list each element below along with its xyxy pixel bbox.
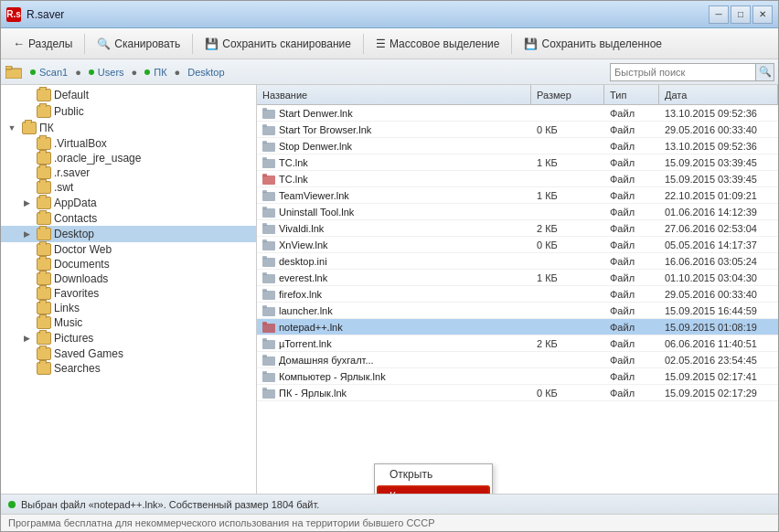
file-type: Файл	[604, 289, 659, 300]
file-icon	[262, 338, 275, 349]
breadcrumb-icon	[5, 64, 23, 80]
column-header-name[interactable]: Название	[257, 85, 531, 104]
expand-icon: ▶	[19, 331, 34, 346]
table-row[interactable]: firefox.lnk Файл 29.05.2016 00:33:40	[257, 286, 778, 303]
breadcrumb-desktop[interactable]: Desktop	[184, 65, 228, 80]
file-type: Файл	[604, 256, 659, 267]
table-row[interactable]: everest.lnk 1 КБ Файл 01.10.2015 03:04:3…	[257, 270, 778, 286]
file-size: 1 КБ	[531, 272, 604, 283]
sidebar-item-links[interactable]: Links	[1, 301, 256, 315]
table-row[interactable]: Vivaldi.lnk 2 КБ Файл 27.06.2016 02:53:0…	[257, 220, 778, 237]
file-size: 2 КБ	[531, 223, 604, 234]
sidebar-item-rsaver[interactable]: .r.saver	[1, 165, 256, 180]
file-icon	[262, 305, 275, 316]
file-name: Домашняя бухгалт...	[279, 355, 374, 366]
sidebar-item-pictures[interactable]: ▶ Pictures	[1, 330, 256, 346]
sidebar-item-favorites[interactable]: Favorites	[1, 286, 256, 301]
sidebar-item-doctor-web[interactable]: Doctor Web	[1, 242, 256, 257]
sidebar-item-label: Public	[54, 105, 84, 118]
sidebar-item-downloads[interactable]: Downloads	[1, 271, 256, 286]
svg-rect-8	[262, 159, 275, 168]
ctx-open[interactable]: Открыть	[375, 464, 492, 484]
table-row[interactable]: TC.lnk 1 КБ Файл 15.09.2015 03:39:45	[257, 154, 778, 171]
expand-icon: ▼	[5, 121, 19, 135]
folder-icon	[37, 152, 51, 165]
file-size: 1 КБ	[531, 157, 604, 168]
sidebar-item-music[interactable]: Music	[1, 315, 256, 330]
file-name: desktop.ini	[279, 256, 327, 267]
sidebar-item-oracle[interactable]: .oracle_jre_usage	[1, 151, 256, 165]
file-date: 15.09.2015 16:44:59	[659, 305, 778, 316]
save-scan-icon: 💾	[205, 37, 219, 50]
bc-sep-1: ●	[75, 67, 81, 78]
svg-rect-37	[262, 388, 267, 390]
sidebar-item-swt[interactable]: .swt	[1, 180, 256, 195]
file-date: 15.09.2015 03:39:45	[659, 157, 778, 168]
sidebar-item-appdata[interactable]: ▶ AppData	[1, 195, 256, 211]
table-row[interactable]: µTorrent.lnk 2 КБ Файл 06.06.2016 11:40:…	[257, 335, 778, 352]
sidebar-item-saved-games[interactable]: Saved Games	[1, 346, 256, 361]
scan-button[interactable]: 🔍 Сканировать	[89, 31, 188, 57]
column-header-date[interactable]: Дата	[659, 85, 778, 104]
search-box: 🔍	[610, 63, 774, 81]
ctx-copy-to[interactable]: Копировать в...	[377, 485, 490, 494]
breadcrumb-users[interactable]: Users	[85, 65, 128, 80]
toolbar-separator-3	[363, 34, 364, 54]
breadcrumb-users-label: Users	[98, 67, 124, 78]
save-selected-button[interactable]: 💾 Сохранить выделенное	[516, 31, 670, 57]
sidebar-item-documents[interactable]: Documents	[1, 257, 256, 271]
file-icon	[262, 289, 275, 300]
table-row[interactable]: Start Tor Browser.lnk 0 КБ Файл 29.05.20…	[257, 122, 778, 138]
svg-rect-16	[262, 225, 275, 234]
table-row[interactable]: launcher.lnk Файл 15.09.2015 16:44:59	[257, 303, 778, 319]
table-row[interactable]: TeamViewer.lnk 1 КБ Файл 22.10.2015 01:0…	[257, 187, 778, 204]
sidebar-item-label: Downloads	[54, 272, 108, 285]
sidebar-item-pk[interactable]: ▼ ПК	[1, 120, 256, 136]
sidebar-item-desktop[interactable]: ▶ Desktop	[1, 226, 256, 242]
table-row[interactable]: Компьютер - Ярлык.lnk Файл 15.09.2015 02…	[257, 368, 778, 385]
file-name-cell: TC.lnk	[257, 174, 531, 185]
table-row[interactable]: Start Denwer.lnk Файл 13.10.2015 09:52:3…	[257, 105, 778, 122]
sidebar-item-virtualbox[interactable]: .VirtualBox	[1, 136, 256, 151]
sidebar-item-label: Pictures	[54, 332, 93, 345]
file-name: ПК - Ярлык.lnk	[279, 388, 347, 399]
svg-rect-20	[262, 258, 275, 267]
minimize-button[interactable]: ─	[709, 5, 729, 24]
close-button[interactable]: ✕	[752, 5, 773, 24]
breadcrumb-scan1[interactable]: Scan1	[27, 65, 71, 80]
table-row[interactable]: notepad++.lnk Файл 15.09.2015 01:08:19	[257, 319, 778, 335]
table-row[interactable]: XnView.lnk 0 КБ Файл 05.05.2016 14:17:37	[257, 237, 778, 253]
file-name-cell: notepad++.lnk	[257, 322, 531, 333]
sidebar-item-label: Searches	[54, 362, 101, 375]
table-row[interactable]: Домашняя бухгалт... Файл 02.05.2016 23:5…	[257, 352, 778, 368]
sidebar-item-label: Default	[54, 89, 89, 101]
mass-select-button[interactable]: ☰ Массовое выделение	[368, 31, 508, 57]
file-icon	[262, 108, 275, 119]
app-icon: R.s	[6, 7, 21, 22]
table-row[interactable]: ПК - Ярлык.lnk 0 КБ Файл 15.09.2015 02:1…	[257, 385, 778, 401]
sidebar-item-public[interactable]: Public	[1, 103, 256, 120]
main-area: Default Public ▼ ПК .VirtualBox	[1, 85, 778, 494]
folder-icon	[37, 347, 51, 360]
search-button[interactable]: 🔍	[756, 63, 774, 81]
table-row[interactable]: Uninstall Tool.lnk Файл 01.06.2016 14:12…	[257, 204, 778, 220]
save-scan-button[interactable]: 💾 Сохранить сканирование	[197, 31, 359, 57]
breadcrumb-pk[interactable]: ПК	[141, 65, 170, 80]
column-header-type[interactable]: Тип	[604, 85, 659, 104]
sidebar-item-contacts[interactable]: Contacts	[1, 211, 256, 226]
title-bar-left: R.s R.saver	[6, 7, 64, 22]
save-scan-label: Сохранить сканирование	[222, 37, 351, 50]
file-name: Start Tor Browser.lnk	[279, 124, 371, 135]
sidebar-item-searches[interactable]: Searches	[1, 361, 256, 376]
svg-rect-24	[262, 291, 275, 300]
table-row[interactable]: TC.lnk Файл 15.09.2015 03:39:45	[257, 171, 778, 187]
sidebar-item-default[interactable]: Default	[1, 87, 256, 103]
sections-button[interactable]: ← Разделы	[5, 31, 80, 57]
column-header-size[interactable]: Размер	[531, 85, 604, 104]
table-row[interactable]: Stop Denwer.lnk Файл 13.10.2015 09:52:36	[257, 138, 778, 154]
file-name-cell: Start Denwer.lnk	[257, 108, 531, 119]
search-input[interactable]	[610, 63, 756, 81]
table-row[interactable]: desktop.ini Файл 16.06.2016 03:05:24	[257, 253, 778, 270]
maximize-button[interactable]: □	[731, 5, 751, 24]
file-size: 0 КБ	[531, 239, 604, 250]
